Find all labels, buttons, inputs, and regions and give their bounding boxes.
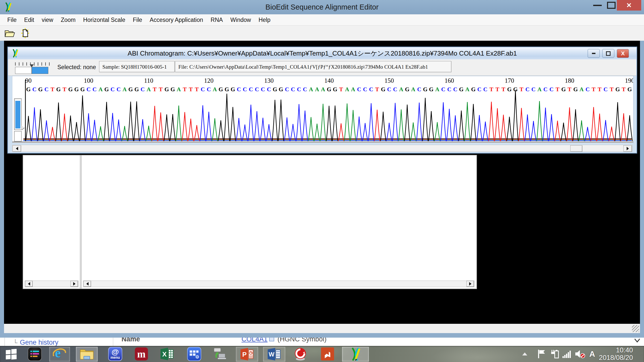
window-title: BioEdit Sequence Alignment Editor: [0, 0, 644, 14]
base-call-letters: GCGCTGTGGGCCAGCCAGGCATTGGATTTCCAGGGCCCCC…: [26, 86, 632, 93]
position-ruler: 90100110120130140150160170180190: [25, 77, 633, 84]
amplitude-slider[interactable]: [14, 98, 22, 130]
svg-text:G: G: [279, 86, 283, 93]
trend-micro-icon: [294, 347, 307, 360]
new-document-icon[interactable]: [21, 28, 30, 38]
svg-text:G: G: [507, 86, 512, 93]
chromo-minimize-button[interactable]: [588, 49, 600, 58]
amplitude-slider-pointer[interactable]: [21, 125, 24, 130]
svg-text:C: C: [453, 86, 458, 93]
svg-text:C: C: [603, 86, 608, 93]
svg-text:A: A: [351, 86, 355, 93]
scroll-right-arrow[interactable]: [466, 281, 474, 287]
taskbar-mendeley[interactable]: m: [134, 347, 149, 361]
scroll-thumb[interactable]: [570, 145, 582, 152]
chromatogram-title-bar[interactable]: ABI Chromatogram: C:¥Users¥Owner¥AppData…: [8, 47, 636, 60]
taskbar-excel[interactable]: X: [159, 347, 175, 361]
alignment-pane-hscrollbar[interactable]: [83, 281, 474, 287]
scroll-right-arrow[interactable]: [623, 145, 632, 152]
sequence-names-pane[interactable]: [23, 155, 80, 279]
resize-grip[interactable]: [632, 325, 639, 332]
taskbar-ebook-reader[interactable]: [320, 347, 335, 361]
svg-text:G: G: [134, 86, 139, 93]
taskbar-clock[interactable]: 10:40 2018/08/20: [599, 346, 633, 361]
taskbar-tile-settings-app[interactable]: ⚙: [187, 347, 202, 361]
taskbar-word[interactable]: W: [263, 347, 285, 361]
amplitude-slider-lower-box[interactable]: [14, 131, 22, 142]
ime-language-button[interactable]: A: [587, 346, 598, 362]
menu-help[interactable]: Help: [255, 17, 274, 23]
chromatogram-trace-area[interactable]: GCGCTGTGGGCCAGCCAGGCATTGGATTTCCAGGGCCCCC…: [12, 76, 633, 143]
sample-box: Sample: SQ18H170016-005-1: [99, 61, 175, 72]
main-title-bar[interactable]: BioEdit Sequence Alignment Editor ✕: [0, 0, 644, 14]
menu-window[interactable]: Window: [227, 17, 255, 23]
chevron-down-icon[interactable]: [634, 338, 640, 343]
svg-text:G: G: [171, 86, 175, 93]
svg-text:G: G: [459, 86, 464, 93]
gene-history-tree-item[interactable]: └Gene history: [13, 339, 58, 346]
svg-text:A: A: [411, 86, 415, 93]
svg-text:C: C: [417, 86, 421, 93]
close-button[interactable]: ✕: [617, 0, 641, 11]
svg-text:T: T: [622, 86, 625, 93]
start-button[interactable]: [4, 347, 19, 361]
menu-accesory-application[interactable]: Accesory Application: [146, 17, 207, 23]
svg-text:C: C: [249, 86, 253, 93]
col4a1-link[interactable]: COL4A1: [242, 338, 268, 343]
svg-text:G: G: [74, 86, 79, 93]
taskbar-pc-transfer-app[interactable]: [212, 347, 227, 361]
chromo-restore-button[interactable]: [602, 49, 614, 58]
minimize-button[interactable]: [591, 0, 604, 11]
volume-muted-icon[interactable]: [574, 346, 587, 362]
taskbar-file-explorer[interactable]: [76, 347, 98, 361]
speaker-mute-icon: [575, 349, 585, 359]
svg-text:T: T: [519, 86, 523, 93]
svg-text:A: A: [537, 86, 542, 93]
svg-text:C: C: [441, 86, 446, 93]
network-signal-icon[interactable]: [561, 346, 573, 362]
taskbar-bioedit[interactable]: [342, 347, 369, 361]
external-link-icon[interactable]: [269, 338, 274, 341]
action-center-button[interactable]: [535, 346, 548, 362]
svg-text:C: C: [369, 86, 373, 93]
open-file-icon[interactable]: [5, 29, 15, 38]
menu-edit[interactable]: Edit: [20, 17, 38, 23]
maximize-button[interactable]: [605, 0, 618, 11]
scroll-left-arrow[interactable]: [25, 281, 33, 287]
taskbar-media-list-app[interactable]: [27, 347, 42, 361]
scroll-left-arrow[interactable]: [13, 145, 21, 152]
menu-horizontal-scale[interactable]: Horizontal Scale: [79, 17, 129, 23]
chromatogram-hscrollbar[interactable]: [12, 145, 632, 152]
alignment-pane[interactable]: [81, 155, 476, 279]
bioedit-logo-icon: [348, 347, 363, 361]
menu-file[interactable]: File: [4, 17, 20, 23]
battery-icon: [550, 349, 559, 358]
svg-text:C: C: [363, 86, 367, 93]
chromatogram-trace-plot[interactable]: GCGCTGTGGGCCAGCCAGGCATTGGATTTCCAGGGCCCCC…: [12, 76, 633, 143]
menu-rna[interactable]: RNA: [207, 17, 227, 23]
taskbar-trend-micro[interactable]: [293, 347, 308, 361]
taskbar-internet-explorer[interactable]: e: [49, 347, 70, 361]
menu-view[interactable]: view: [38, 17, 57, 23]
svg-text:G: G: [423, 86, 427, 93]
chromo-close-button[interactable]: X: [617, 49, 629, 58]
menu-file2[interactable]: File: [129, 17, 146, 23]
chromatogram-info-bar: Selected: none Sample: SQ18H170016-005-1…: [8, 59, 636, 76]
names-pane-hscrollbar[interactable]: [25, 281, 78, 287]
powerpoint-icon: P: [240, 348, 254, 360]
svg-text:G: G: [513, 86, 518, 93]
svg-text:C: C: [32, 86, 37, 93]
battery-status-icon[interactable]: [549, 346, 561, 362]
scroll-left-arrow[interactable]: [84, 281, 91, 287]
scroll-right-arrow[interactable]: [70, 281, 78, 287]
menu-zoom[interactable]: Zoom: [57, 17, 79, 23]
svg-text:140: 140: [324, 77, 334, 84]
status-bar: [4, 324, 640, 333]
browser-left-border: [5, 338, 5, 346]
scale-slider-left[interactable]: [15, 67, 32, 74]
svg-text:C: C: [531, 86, 536, 93]
show-hidden-icons-button[interactable]: [520, 346, 529, 362]
taskbar-powerpoint[interactable]: P: [236, 347, 258, 361]
scale-slider-right[interactable]: [32, 67, 48, 74]
taskbar-at-menu-app[interactable]: @ menu: [108, 347, 123, 361]
